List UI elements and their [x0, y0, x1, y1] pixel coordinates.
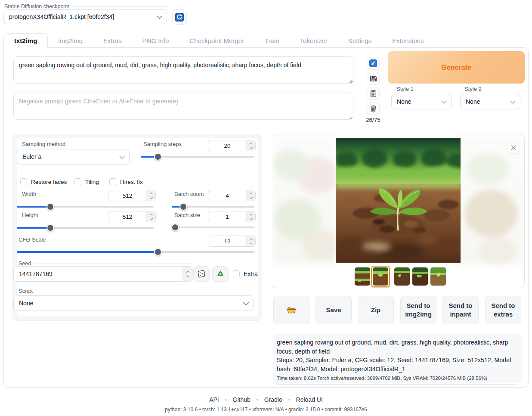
open-folder-button[interactable] — [273, 296, 309, 324]
tab-extensions[interactable]: Extensions — [382, 34, 434, 48]
prompt-input[interactable]: green sapling rowing out of ground, mud,… — [13, 56, 353, 84]
generated-image[interactable] — [336, 138, 461, 263]
gallery-thumbnail-3[interactable] — [394, 267, 410, 286]
batch-count-input[interactable] — [208, 190, 246, 201]
script-dropdown[interactable]: None — [13, 295, 254, 311]
main-tabbar: txt2img img2img Extras PNG Info Checkpoi… — [3, 33, 434, 48]
checkbox-icon — [233, 270, 240, 277]
style1-dropdown[interactable]: None — [391, 94, 452, 109]
tab-settings[interactable]: Settings — [338, 34, 382, 48]
slider-knob[interactable] — [154, 153, 162, 161]
tab-checkpoint-merger[interactable]: Checkpoint Merger — [179, 34, 254, 48]
paste-params-button[interactable] — [367, 57, 380, 70]
footer-link-api[interactable]: API — [209, 396, 219, 403]
gallery-thumbnail-1[interactable] — [355, 267, 370, 286]
restore-faces-checkbox[interactable]: Restore faces — [20, 178, 67, 185]
chevron-down-icon — [157, 13, 162, 19]
batch-size-label: Batch size — [174, 212, 200, 218]
height-slider[interactable] — [17, 224, 154, 232]
random-seed-button[interactable] — [193, 266, 210, 282]
sampling-steps-input-box — [208, 140, 256, 151]
stepper-arrows[interactable] — [182, 267, 193, 281]
tiling-checkbox[interactable]: Tiling — [74, 178, 99, 185]
slider-knob[interactable] — [171, 224, 179, 231]
info-performance-text: Time taken: 8.62s Torch active/reserved:… — [277, 375, 518, 382]
reuse-seed-button[interactable] — [212, 266, 229, 282]
sampling-steps-slider[interactable] — [141, 153, 254, 161]
clear-prompt-button[interactable] — [367, 102, 380, 115]
gallery-thumbnail-4[interactable] — [412, 267, 428, 286]
stepper-arrows[interactable] — [246, 236, 255, 246]
stepper-arrows[interactable] — [146, 190, 155, 201]
chevron-down-icon — [441, 98, 447, 104]
style2-value: None — [466, 98, 480, 105]
style2-dropdown[interactable]: None — [460, 94, 520, 109]
sampling-method-value: Euler a — [22, 153, 41, 160]
save-style-button[interactable] — [367, 72, 380, 85]
hires-fix-checkbox[interactable]: Hires. fix — [109, 178, 143, 185]
tab-tokenizer[interactable]: Tokenizer — [290, 34, 338, 48]
seed-input-box — [13, 266, 193, 282]
tab-img2img[interactable]: img2img — [48, 34, 93, 48]
stepper-arrows[interactable] — [246, 140, 255, 151]
recycle-icon — [216, 270, 225, 278]
refresh-checkpoints-button[interactable] — [172, 9, 187, 25]
footer-link-gradio[interactable]: Gradio — [264, 396, 282, 403]
save-button[interactable]: Save — [315, 296, 352, 324]
trash-icon — [369, 105, 377, 113]
gallery-thumbnail-2-selected[interactable] — [371, 266, 390, 287]
send-to-img2img-button[interactable]: Send to img2img — [400, 296, 436, 324]
thumbnail-image — [373, 267, 388, 286]
thumbnail-image — [412, 267, 428, 286]
gallery-thumbnail-5[interactable] — [430, 267, 446, 286]
checkpoint-label-line — [73, 6, 167, 7]
generate-button[interactable]: Generate — [388, 51, 525, 84]
batch-count-slider[interactable] — [172, 203, 254, 211]
negative-prompt-input[interactable] — [13, 93, 353, 120]
height-label: Height — [22, 212, 38, 218]
slider-knob[interactable] — [46, 224, 54, 232]
send-to-extras-button[interactable]: Send to extras — [485, 296, 521, 324]
chevron-down-icon — [243, 300, 249, 305]
footer-link-github[interactable]: Github — [233, 396, 251, 403]
seed-input[interactable] — [14, 267, 182, 281]
stepper-arrows[interactable] — [146, 211, 155, 222]
width-input-box — [108, 190, 156, 201]
checkpoint-dropdown[interactable]: protogenX34OfficialR_1.ckpt [60fe2f34] — [3, 9, 167, 24]
tiling-label: Tiling — [85, 179, 99, 185]
batch-size-input[interactable] — [208, 211, 246, 222]
width-input[interactable] — [108, 190, 146, 201]
slider-knob[interactable] — [179, 203, 187, 211]
stepper-arrows[interactable] — [246, 190, 255, 201]
tab-train[interactable]: Train — [254, 34, 290, 48]
cfg-scale-input[interactable] — [208, 236, 246, 246]
send-to-inpaint-button[interactable]: Send to inpaint — [442, 296, 479, 324]
apply-style-button[interactable] — [367, 87, 380, 100]
sampling-steps-input[interactable] — [208, 140, 246, 151]
tab-txt2img[interactable]: txt2img — [3, 33, 48, 48]
token-counter: 26/75 — [364, 117, 383, 123]
stepper-arrows[interactable] — [246, 211, 255, 222]
tab-extras[interactable]: Extras — [93, 34, 132, 48]
batch-size-slider[interactable] — [172, 224, 254, 231]
gallery-blur-right — [459, 137, 523, 264]
script-label: Script — [19, 288, 33, 294]
cfg-scale-slider[interactable] — [17, 248, 254, 256]
zip-button[interactable]: Zip — [358, 296, 394, 324]
slider-knob[interactable] — [154, 248, 162, 256]
width-slider[interactable] — [17, 203, 154, 211]
style1-label: Style 1 — [396, 86, 414, 92]
sampling-steps-label: Sampling steps — [143, 141, 182, 147]
footer-separator: • — [257, 397, 258, 402]
close-gallery-button[interactable] — [508, 142, 519, 153]
extra-seed-checkbox[interactable]: Extra — [233, 270, 258, 277]
style1-value: None — [397, 98, 411, 105]
footer-link-reload-ui[interactable]: Reload UI — [296, 396, 323, 403]
seed-label-text: Seed — [19, 261, 31, 267]
sampling-method-label: Sampling method — [22, 141, 65, 147]
footer-version-info: python: 3.10.6 • torch: 1.13.1+cu117 • x… — [0, 407, 532, 413]
sampling-method-dropdown[interactable]: Euler a — [17, 149, 130, 165]
slider-knob[interactable] — [46, 203, 54, 211]
height-input[interactable] — [108, 211, 146, 222]
tab-png-info[interactable]: PNG Info — [132, 34, 179, 48]
